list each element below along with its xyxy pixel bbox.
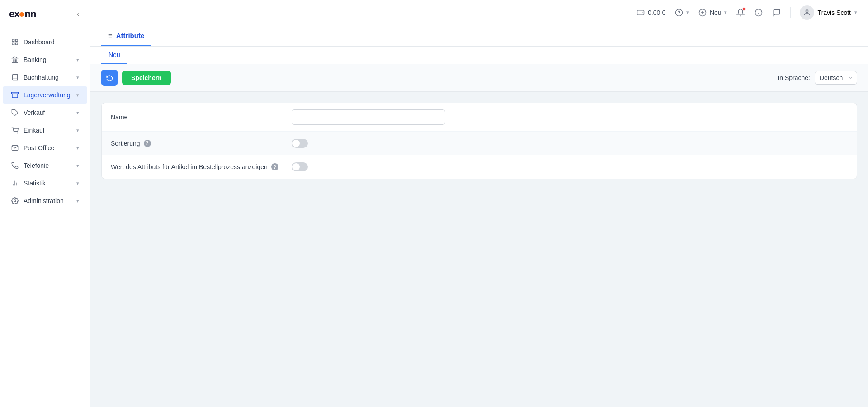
chevron-down-icon: ▾ <box>76 75 79 80</box>
chevron-down-icon: ▾ <box>76 57 79 63</box>
tag-icon <box>11 109 19 117</box>
cart-icon <box>11 126 19 134</box>
form-row-wert: Wert des Attributs für Artikel im Bestel… <box>102 155 857 179</box>
name-input[interactable] <box>292 109 445 125</box>
new-label: Neu <box>710 9 722 16</box>
form-area: Name Sortierung ? <box>90 92 868 190</box>
new-button[interactable]: Neu ▾ <box>698 8 727 17</box>
sidebar-item-label: Statistik <box>24 180 46 187</box>
svg-point-28 <box>806 10 808 12</box>
sidebar-item-label: Dashboard <box>24 38 55 46</box>
svg-rect-19 <box>637 10 644 15</box>
list-icon: ≡ <box>108 32 113 39</box>
bank-icon <box>11 56 19 64</box>
topbar: 0.00 € ▾ Neu ▾ <box>90 0 868 25</box>
sidebar-collapse-button[interactable]: ‹ <box>75 9 81 19</box>
form-row-sortierung: Sortierung ? <box>102 132 857 155</box>
notifications-button[interactable] <box>736 8 745 17</box>
chevron-down-icon: ▾ <box>76 163 79 169</box>
user-menu[interactable]: Travis Scott ▾ <box>800 5 857 20</box>
sidebar-item-label: Telefonie <box>24 162 49 169</box>
sidebar-nav: Dashboard Banking ▾ Buchhaltung ▾ <box>0 28 90 214</box>
chart-icon <box>11 179 19 187</box>
chevron-down-icon: ▾ <box>76 92 79 98</box>
form-row-name: Name <box>102 103 857 132</box>
app-logo: exnn <box>9 8 36 20</box>
sidebar-logo: exnn ‹ <box>0 0 90 28</box>
avatar <box>800 5 814 20</box>
help-icon <box>675 8 684 17</box>
help-button[interactable]: ▾ <box>675 8 689 17</box>
balance-display: 0.00 € <box>636 8 665 17</box>
svg-rect-0 <box>12 39 14 42</box>
tab-attribute[interactable]: ≡ Attribute <box>101 25 151 46</box>
sidebar-item-label: Lagerverwaltung <box>24 91 71 99</box>
phone-icon <box>11 161 19 170</box>
chat-button[interactable] <box>772 8 781 17</box>
main-content: 0.00 € ▾ Neu ▾ <box>90 0 868 407</box>
tab-label: Attribute <box>116 32 145 39</box>
svg-marker-9 <box>13 57 18 58</box>
balance-amount: 0.00 € <box>648 9 665 16</box>
wert-label: Wert des Attributs für Artikel im Bestel… <box>111 163 292 170</box>
toggle-slider <box>292 139 308 148</box>
sidebar-item-label: Buchhaltung <box>24 74 59 81</box>
chevron-down-icon: ▾ <box>724 9 727 15</box>
tab-header: ≡ Attribute <box>90 25 868 47</box>
svg-point-13 <box>14 133 14 133</box>
mail-icon <box>11 144 19 152</box>
sidebar-item-lagerverwaltung[interactable]: Lagerverwaltung ▾ <box>3 86 87 104</box>
sidebar-item-buchhaltung[interactable]: Buchhaltung ▾ <box>3 69 87 86</box>
sortierung-help-icon[interactable]: ? <box>144 140 151 147</box>
gear-icon <box>11 197 19 205</box>
svg-point-14 <box>17 133 18 133</box>
save-button[interactable]: Speichern <box>122 71 171 85</box>
toolbar: Speichern In Sprache: Deutsch English Fr… <box>90 64 868 92</box>
sidebar-item-post-office[interactable]: Post Office ▾ <box>3 139 87 156</box>
chevron-down-icon: ▾ <box>686 9 689 15</box>
sidebar-item-label: Verkauf <box>24 109 45 116</box>
sidebar-item-label: Banking <box>24 56 47 63</box>
name-label: Name <box>111 114 292 121</box>
sortierung-toggle[interactable] <box>292 139 308 148</box>
chevron-down-icon: ▾ <box>76 180 79 186</box>
svg-rect-10 <box>12 92 19 94</box>
sub-tab-bar: Neu <box>90 47 868 64</box>
message-icon <box>772 8 781 17</box>
book-icon <box>11 73 19 81</box>
sortierung-label: Sortierung ? <box>111 140 292 147</box>
sub-tab-neu[interactable]: Neu <box>101 47 127 64</box>
sidebar-item-statistik[interactable]: Statistik ▾ <box>3 175 87 192</box>
sidebar: exnn ‹ Dashboard Banking ▾ <box>0 0 90 407</box>
sidebar-item-label: Administration <box>24 197 64 204</box>
sidebar-item-label: Einkauf <box>24 127 45 134</box>
sidebar-item-banking[interactable]: Banking ▾ <box>3 51 87 68</box>
language-select[interactable]: Deutsch English Français Español <box>815 71 857 85</box>
notification-badge <box>742 7 746 11</box>
chevron-down-icon: ▾ <box>854 9 857 15</box>
sidebar-item-telefonie[interactable]: Telefonie ▾ <box>3 157 87 174</box>
sidebar-item-administration[interactable]: Administration ▾ <box>3 192 87 209</box>
content-area: ≡ Attribute Neu Speichern In Sprache: De… <box>90 25 868 407</box>
info-icon <box>754 8 763 17</box>
sidebar-item-dashboard[interactable]: Dashboard <box>3 33 87 51</box>
refresh-button[interactable] <box>101 70 118 86</box>
sidebar-item-einkauf[interactable]: Einkauf ▾ <box>3 122 87 139</box>
form-card: Name Sortierung ? <box>101 103 857 179</box>
toolbar-left: Speichern <box>101 70 171 86</box>
toolbar-right: In Sprache: Deutsch English Français Esp… <box>778 71 857 85</box>
archive-icon <box>11 91 19 99</box>
sidebar-item-label: Post Office <box>24 144 54 151</box>
chevron-down-icon: ▾ <box>76 128 79 133</box>
wert-toggle[interactable] <box>292 162 308 171</box>
svg-rect-1 <box>15 39 18 42</box>
svg-rect-2 <box>12 43 14 45</box>
toggle-slider <box>292 162 308 171</box>
sidebar-item-verkauf[interactable]: Verkauf ▾ <box>3 104 87 121</box>
chevron-down-icon: ▾ <box>76 145 79 151</box>
wallet-icon <box>636 8 645 17</box>
user-name: Travis Scott <box>818 9 851 16</box>
wert-help-icon[interactable]: ? <box>271 163 278 170</box>
info-button[interactable] <box>754 8 763 17</box>
grid-icon <box>11 38 19 46</box>
